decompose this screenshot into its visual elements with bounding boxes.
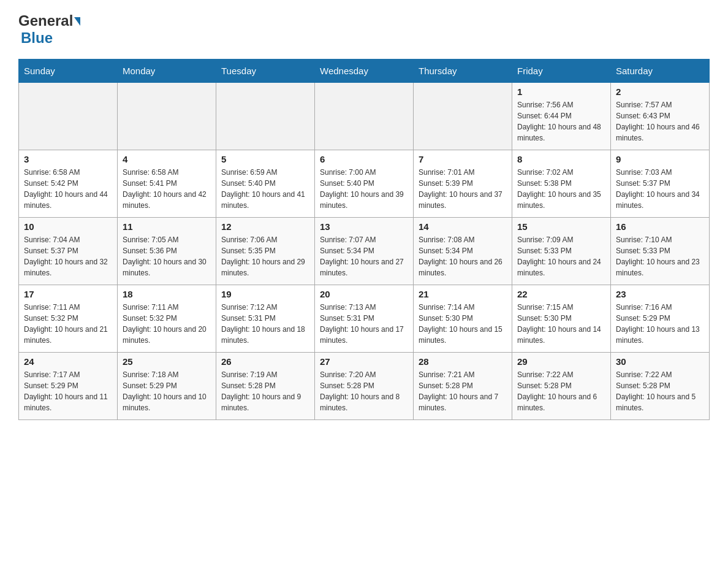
header-row: SundayMondayTuesdayWednesdayThursdayFrid… [19, 59, 710, 83]
calendar-cell: 1Sunrise: 7:56 AM Sunset: 6:44 PM Daylig… [512, 83, 611, 150]
calendar-cell: 20Sunrise: 7:13 AM Sunset: 5:31 PM Dayli… [315, 285, 414, 353]
calendar-cell: 14Sunrise: 7:08 AM Sunset: 5:34 PM Dayli… [414, 218, 512, 285]
day-info: Sunrise: 6:59 AM Sunset: 5:40 PM Dayligh… [221, 167, 309, 211]
day-number: 11 [123, 221, 211, 232]
logo-triangle-icon [74, 17, 80, 26]
day-number: 6 [320, 154, 408, 164]
day-info: Sunrise: 7:18 AM Sunset: 5:29 PM Dayligh… [123, 369, 211, 413]
day-number: 28 [419, 356, 507, 367]
day-number: 19 [221, 289, 309, 299]
calendar-cell: 4Sunrise: 6:58 AM Sunset: 5:41 PM Daylig… [118, 150, 216, 218]
day-number: 25 [123, 356, 211, 367]
calendar-cell [216, 83, 315, 150]
day-info: Sunrise: 7:05 AM Sunset: 5:36 PM Dayligh… [123, 234, 211, 278]
logo-blue: Blue [21, 29, 53, 46]
day-header-saturday: Saturday [611, 59, 710, 83]
day-info: Sunrise: 7:14 AM Sunset: 5:30 PM Dayligh… [419, 302, 507, 346]
calendar-cell: 23Sunrise: 7:16 AM Sunset: 5:29 PM Dayli… [611, 285, 710, 353]
day-number: 10 [24, 221, 112, 232]
day-number: 20 [320, 289, 408, 299]
day-header-monday: Monday [118, 59, 216, 83]
day-number: 27 [320, 356, 408, 367]
day-number: 16 [616, 221, 704, 232]
day-number: 18 [123, 289, 211, 299]
day-info: Sunrise: 7:19 AM Sunset: 5:28 PM Dayligh… [221, 369, 309, 413]
calendar-cell [118, 83, 216, 150]
day-info: Sunrise: 7:02 AM Sunset: 5:38 PM Dayligh… [517, 167, 605, 211]
day-header-friday: Friday [512, 59, 611, 83]
calendar-cell: 13Sunrise: 7:07 AM Sunset: 5:34 PM Dayli… [315, 218, 414, 285]
day-info: Sunrise: 7:04 AM Sunset: 5:37 PM Dayligh… [24, 234, 112, 278]
logo: General Blue [18, 12, 80, 47]
calendar-cell: 8Sunrise: 7:02 AM Sunset: 5:38 PM Daylig… [512, 150, 611, 218]
week-row-3: 10Sunrise: 7:04 AM Sunset: 5:37 PM Dayli… [19, 218, 710, 285]
calendar-cell: 21Sunrise: 7:14 AM Sunset: 5:30 PM Dayli… [414, 285, 512, 353]
day-number: 30 [616, 356, 704, 367]
day-number: 22 [517, 289, 605, 299]
day-info: Sunrise: 7:12 AM Sunset: 5:31 PM Dayligh… [221, 302, 309, 346]
day-header-wednesday: Wednesday [315, 59, 414, 83]
day-info: Sunrise: 7:11 AM Sunset: 5:32 PM Dayligh… [123, 302, 211, 346]
day-info: Sunrise: 7:10 AM Sunset: 5:33 PM Dayligh… [616, 234, 704, 278]
calendar-cell: 2Sunrise: 7:57 AM Sunset: 6:43 PM Daylig… [611, 83, 710, 150]
day-header-sunday: Sunday [19, 59, 118, 83]
calendar-cell: 11Sunrise: 7:05 AM Sunset: 5:36 PM Dayli… [118, 218, 216, 285]
calendar-cell: 9Sunrise: 7:03 AM Sunset: 5:37 PM Daylig… [611, 150, 710, 218]
day-number: 15 [517, 221, 605, 232]
calendar-cell: 27Sunrise: 7:20 AM Sunset: 5:28 PM Dayli… [315, 353, 414, 420]
calendar-cell: 3Sunrise: 6:58 AM Sunset: 5:42 PM Daylig… [19, 150, 118, 218]
calendar-cell: 7Sunrise: 7:01 AM Sunset: 5:39 PM Daylig… [414, 150, 512, 218]
calendar-cell: 17Sunrise: 7:11 AM Sunset: 5:32 PM Dayli… [19, 285, 118, 353]
day-number: 3 [24, 154, 112, 164]
calendar-cell: 29Sunrise: 7:22 AM Sunset: 5:28 PM Dayli… [512, 353, 611, 420]
day-number: 26 [221, 356, 309, 367]
day-info: Sunrise: 7:17 AM Sunset: 5:29 PM Dayligh… [24, 369, 112, 413]
calendar-header: SundayMondayTuesdayWednesdayThursdayFrid… [19, 59, 710, 83]
day-header-thursday: Thursday [414, 59, 512, 83]
calendar-cell [414, 83, 512, 150]
day-number: 2 [616, 86, 704, 97]
day-number: 17 [24, 289, 112, 299]
day-info: Sunrise: 7:16 AM Sunset: 5:29 PM Dayligh… [616, 302, 704, 346]
calendar-cell: 12Sunrise: 7:06 AM Sunset: 5:35 PM Dayli… [216, 218, 315, 285]
calendar-cell: 26Sunrise: 7:19 AM Sunset: 5:28 PM Dayli… [216, 353, 315, 420]
day-info: Sunrise: 6:58 AM Sunset: 5:41 PM Dayligh… [123, 167, 211, 211]
calendar-cell [315, 83, 414, 150]
day-info: Sunrise: 7:22 AM Sunset: 5:28 PM Dayligh… [517, 369, 605, 413]
calendar-cell: 18Sunrise: 7:11 AM Sunset: 5:32 PM Dayli… [118, 285, 216, 353]
day-number: 4 [123, 154, 211, 164]
day-number: 13 [320, 221, 408, 232]
day-info: Sunrise: 7:07 AM Sunset: 5:34 PM Dayligh… [320, 234, 408, 278]
calendar-cell: 25Sunrise: 7:18 AM Sunset: 5:29 PM Dayli… [118, 353, 216, 420]
day-number: 23 [616, 289, 704, 299]
calendar-cell: 30Sunrise: 7:22 AM Sunset: 5:28 PM Dayli… [611, 353, 710, 420]
day-info: Sunrise: 7:09 AM Sunset: 5:33 PM Dayligh… [517, 234, 605, 278]
day-number: 9 [616, 154, 704, 164]
day-info: Sunrise: 7:21 AM Sunset: 5:28 PM Dayligh… [419, 369, 507, 413]
day-info: Sunrise: 7:01 AM Sunset: 5:39 PM Dayligh… [419, 167, 507, 211]
day-number: 12 [221, 221, 309, 232]
calendar-cell: 6Sunrise: 7:00 AM Sunset: 5:40 PM Daylig… [315, 150, 414, 218]
calendar-cell: 15Sunrise: 7:09 AM Sunset: 5:33 PM Dayli… [512, 218, 611, 285]
week-row-5: 24Sunrise: 7:17 AM Sunset: 5:29 PM Dayli… [19, 353, 710, 420]
day-number: 8 [517, 154, 605, 164]
day-info: Sunrise: 7:22 AM Sunset: 5:28 PM Dayligh… [616, 369, 704, 413]
day-number: 5 [221, 154, 309, 164]
day-number: 7 [419, 154, 507, 164]
calendar-body: 1Sunrise: 7:56 AM Sunset: 6:44 PM Daylig… [19, 83, 710, 420]
day-info: Sunrise: 7:00 AM Sunset: 5:40 PM Dayligh… [320, 167, 408, 211]
calendar-cell: 19Sunrise: 7:12 AM Sunset: 5:31 PM Dayli… [216, 285, 315, 353]
calendar-cell: 16Sunrise: 7:10 AM Sunset: 5:33 PM Dayli… [611, 218, 710, 285]
calendar-cell: 22Sunrise: 7:15 AM Sunset: 5:30 PM Dayli… [512, 285, 611, 353]
logo-general: General [18, 12, 73, 29]
calendar-cell: 24Sunrise: 7:17 AM Sunset: 5:29 PM Dayli… [19, 353, 118, 420]
day-info: Sunrise: 7:13 AM Sunset: 5:31 PM Dayligh… [320, 302, 408, 346]
week-row-4: 17Sunrise: 7:11 AM Sunset: 5:32 PM Dayli… [19, 285, 710, 353]
page-header: General Blue [18, 12, 710, 47]
day-info: Sunrise: 7:06 AM Sunset: 5:35 PM Dayligh… [221, 234, 309, 278]
week-row-2: 3Sunrise: 6:58 AM Sunset: 5:42 PM Daylig… [19, 150, 710, 218]
day-info: Sunrise: 7:08 AM Sunset: 5:34 PM Dayligh… [419, 234, 507, 278]
day-info: Sunrise: 7:57 AM Sunset: 6:43 PM Dayligh… [616, 99, 704, 144]
calendar-cell: 5Sunrise: 6:59 AM Sunset: 5:40 PM Daylig… [216, 150, 315, 218]
day-info: Sunrise: 6:58 AM Sunset: 5:42 PM Dayligh… [24, 167, 112, 211]
